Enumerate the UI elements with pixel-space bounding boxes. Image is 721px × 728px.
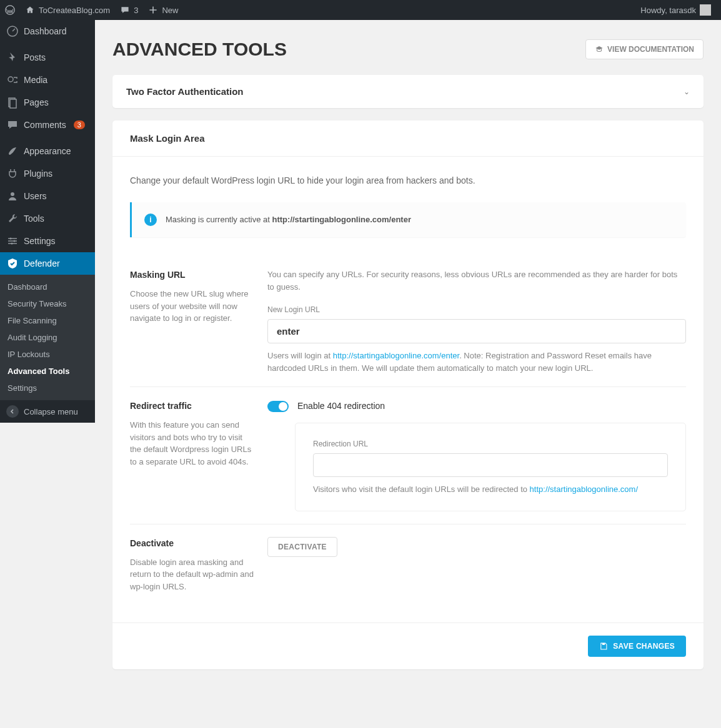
academy-icon (595, 45, 604, 54)
redirect-row: Redirect traffic With this feature you c… (130, 386, 686, 524)
menu-media[interactable]: Media (0, 69, 95, 91)
mask-login-panel: Mask Login Area Change your default Word… (112, 121, 704, 669)
save-changes-button[interactable]: SAVE CHANGES (588, 636, 686, 657)
svg-point-5 (11, 192, 14, 196)
redirect-right: Enable 404 redirection Redirection URL V… (267, 400, 686, 511)
new-login-url-helper: Users will login at http://startingablog… (267, 350, 686, 374)
submenu-file-scanning[interactable]: File Scanning (0, 312, 95, 329)
masking-url-heading: Masking URL (130, 268, 255, 282)
home-icon (25, 5, 35, 15)
mask-login-body: Change your default WordPress login URL … (112, 157, 704, 622)
masking-url-left: Masking URL Choose the new URL slug wher… (130, 268, 255, 374)
comment-icon (120, 5, 130, 15)
two-factor-panel: Two Factor Authentication ⌄ (112, 75, 704, 108)
new-content-link[interactable]: New (143, 0, 183, 20)
admin-sidebar: Dashboard Posts Media Pages Comments 3 A… (0, 20, 95, 423)
dashboard-icon (6, 25, 19, 37)
submenu-audit-logging[interactable]: Audit Logging (0, 329, 95, 346)
deactivate-left: Deactivate Disable login area masking an… (130, 537, 255, 593)
mask-login-title: Mask Login Area (112, 121, 704, 157)
menu-plugins[interactable]: Plugins (0, 162, 95, 185)
comments-link[interactable]: 3 (115, 0, 143, 20)
deactivate-button[interactable]: DEACTIVATE (267, 537, 337, 557)
comments-count: 3 (134, 6, 138, 15)
account-link[interactable]: Howdy, tarasdk (635, 0, 716, 20)
plug-icon (6, 167, 19, 180)
media-icon (6, 74, 19, 86)
info-icon: i (144, 214, 157, 226)
svg-point-7 (14, 240, 16, 242)
deactivate-desc: Disable login area masking and return to… (130, 556, 255, 593)
submenu-dashboard[interactable]: Dashboard (0, 278, 95, 295)
view-documentation-button[interactable]: VIEW DOCUMENTATION (585, 39, 704, 59)
redirect-heading: Redirect traffic (130, 400, 255, 413)
chevron-down-icon: ⌄ (684, 87, 690, 96)
page-title: ADVANCED TOOLS (112, 39, 287, 60)
collapse-menu[interactable]: Collapse menu (0, 400, 95, 423)
deactivate-right: DEACTIVATE (267, 537, 686, 593)
admin-bar-left: ToCreateaBlog.com 3 New (0, 0, 183, 20)
svg-point-8 (11, 243, 13, 245)
login-url-link[interactable]: http://startingablogonline.com/enter (333, 351, 459, 360)
redirect-left: Redirect traffic With this feature you c… (130, 400, 255, 511)
svg-rect-4 (10, 99, 16, 108)
notice-text: Masking is currently active at http://st… (166, 214, 411, 226)
menu-settings[interactable]: Settings (0, 230, 95, 252)
mask-intro: Change your default WordPress login URL … (130, 174, 686, 187)
redirection-box: Redirection URL Visitors who visit the d… (295, 423, 686, 511)
enable-404-label: Enable 404 redirection (297, 400, 385, 413)
menu-posts[interactable]: Posts (0, 46, 95, 69)
plus-icon (148, 5, 158, 15)
deactivate-row: Deactivate Disable login area masking an… (130, 524, 686, 606)
wordpress-icon (5, 5, 15, 15)
submenu-ip-lockouts[interactable]: IP Lockouts (0, 346, 95, 363)
page-header: ADVANCED TOOLS VIEW DOCUMENTATION (112, 39, 704, 60)
submenu-settings[interactable]: Settings (0, 380, 95, 396)
admin-bar-right: Howdy, tarasdk (635, 0, 716, 20)
brush-icon (6, 145, 19, 157)
page-icon (6, 96, 19, 109)
wp-logo[interactable] (0, 0, 20, 20)
mask-panel-footer: SAVE CHANGES (112, 622, 704, 669)
masking-url-hint: You can specify any URLs. For security r… (267, 268, 686, 293)
menu-pages[interactable]: Pages (0, 91, 95, 114)
masking-url-desc: Choose the new URL slug where users of y… (130, 288, 255, 325)
menu-comments[interactable]: Comments 3 (0, 114, 95, 136)
comment-icon (6, 119, 19, 131)
redirect-desc: With this feature you can send visitors … (130, 419, 255, 468)
two-factor-toggle[interactable]: Two Factor Authentication ⌄ (112, 75, 704, 108)
svg-point-6 (10, 238, 12, 240)
submenu-security-tweaks[interactable]: Security Tweaks (0, 295, 95, 312)
save-icon (599, 642, 608, 651)
enable-404-row: Enable 404 redirection (267, 400, 686, 413)
site-link[interactable]: ToCreateaBlog.com (20, 0, 115, 20)
masking-active-notice: i Masking is currently active at http://… (130, 202, 686, 237)
two-factor-title: Two Factor Authentication (126, 86, 244, 97)
redirection-url-input[interactable] (313, 453, 668, 477)
menu-tools[interactable]: Tools (0, 207, 95, 230)
wrench-icon (6, 212, 19, 225)
sliders-icon (6, 235, 19, 247)
menu-appearance[interactable]: Appearance (0, 140, 95, 162)
main-content: ADVANCED TOOLS VIEW DOCUMENTATION Two Fa… (95, 20, 721, 707)
deactivate-heading: Deactivate (130, 537, 255, 550)
menu-dashboard[interactable]: Dashboard (0, 20, 95, 42)
shield-icon (6, 257, 19, 270)
masking-url-right: You can specify any URLs. For security r… (267, 268, 686, 374)
avatar (700, 4, 711, 16)
howdy-text: Howdy, tarasdk (640, 6, 696, 15)
site-name: ToCreateaBlog.com (39, 6, 110, 15)
new-label: New (162, 6, 178, 15)
admin-bar: ToCreateaBlog.com 3 New Howdy, tarasdk (0, 0, 721, 20)
redirect-url-link[interactable]: http://startingablogonline.com/ (530, 485, 638, 494)
menu-users[interactable]: Users (0, 185, 95, 207)
masking-url-row: Masking URL Choose the new URL slug wher… (130, 256, 686, 386)
collapse-icon (6, 405, 19, 418)
menu-defender[interactable]: Defender (0, 252, 95, 275)
user-icon (6, 190, 19, 202)
enable-404-toggle[interactable] (267, 401, 289, 412)
defender-submenu: Dashboard Security Tweaks File Scanning … (0, 275, 95, 400)
submenu-advanced-tools[interactable]: Advanced Tools (0, 363, 95, 380)
svg-point-2 (8, 77, 13, 82)
new-login-url-input[interactable] (267, 319, 686, 343)
